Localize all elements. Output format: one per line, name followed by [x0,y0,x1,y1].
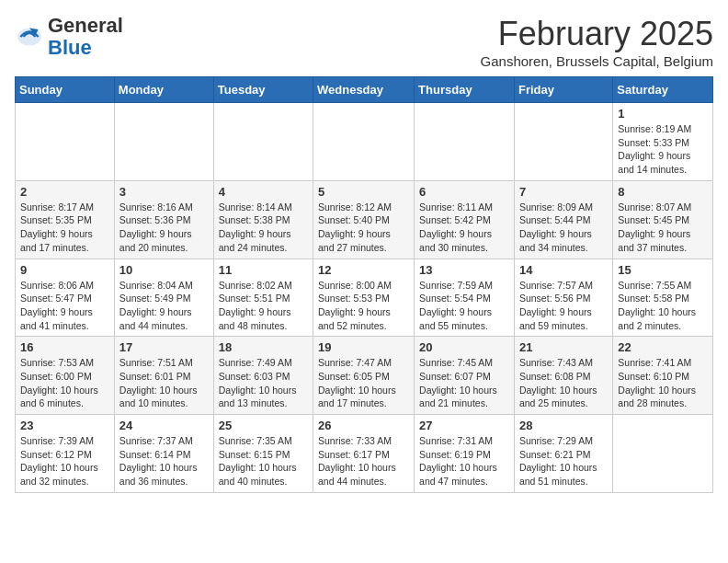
week-row-1: 1Sunrise: 8:19 AM Sunset: 5:33 PM Daylig… [16,103,713,181]
calendar-cell: 24Sunrise: 7:37 AM Sunset: 6:14 PM Dayli… [114,415,213,493]
title-block: February 2025 Ganshoren, Brussels Capita… [481,15,713,69]
calendar-cell: 17Sunrise: 7:51 AM Sunset: 6:01 PM Dayli… [114,337,213,415]
calendar-cell: 16Sunrise: 7:53 AM Sunset: 6:00 PM Dayli… [16,337,115,415]
day-info: Sunrise: 8:16 AM Sunset: 5:36 PM Dayligh… [119,201,209,255]
day-info: Sunrise: 8:19 AM Sunset: 5:33 PM Dayligh… [618,122,708,177]
calendar-cell: 26Sunrise: 7:33 AM Sunset: 6:17 PM Dayli… [313,415,415,493]
day-info: Sunrise: 7:43 AM Sunset: 6:08 PM Dayligh… [519,356,608,410]
weekday-header-friday: Friday [514,77,612,103]
calendar-cell: 9Sunrise: 8:06 AM Sunset: 5:47 PM Daylig… [16,259,115,337]
day-info: Sunrise: 7:53 AM Sunset: 6:00 PM Dayligh… [20,356,109,410]
calendar-cell: 22Sunrise: 7:41 AM Sunset: 6:10 PM Dayli… [613,337,713,415]
calendar-cell: 18Sunrise: 7:49 AM Sunset: 6:03 PM Dayli… [213,337,313,415]
calendar-cell: 20Sunrise: 7:45 AM Sunset: 6:07 PM Dayli… [415,337,515,415]
day-info: Sunrise: 7:45 AM Sunset: 6:07 PM Dayligh… [419,356,509,410]
day-info: Sunrise: 7:37 AM Sunset: 6:14 PM Dayligh… [119,434,209,488]
day-number: 12 [318,263,409,277]
calendar-cell: 7Sunrise: 8:09 AM Sunset: 5:44 PM Daylig… [514,180,612,259]
weekday-header-wednesday: Wednesday [313,77,415,103]
day-info: Sunrise: 7:39 AM Sunset: 6:12 PM Dayligh… [20,434,109,488]
day-info: Sunrise: 7:57 AM Sunset: 5:56 PM Dayligh… [519,279,608,333]
calendar-cell: 2Sunrise: 8:17 AM Sunset: 5:35 PM Daylig… [16,180,115,259]
calendar-cell: 27Sunrise: 7:31 AM Sunset: 6:19 PM Dayli… [415,415,515,493]
day-info: Sunrise: 8:07 AM Sunset: 5:45 PM Dayligh… [618,201,708,255]
calendar-cell [213,103,313,181]
day-number: 5 [318,185,409,199]
calendar-table: SundayMondayTuesdayWednesdayThursdayFrid… [15,76,713,493]
calendar-cell: 8Sunrise: 8:07 AM Sunset: 5:45 PM Daylig… [613,180,713,259]
calendar-cell: 6Sunrise: 8:11 AM Sunset: 5:42 PM Daylig… [415,180,515,259]
day-info: Sunrise: 7:33 AM Sunset: 6:17 PM Dayligh… [318,434,409,488]
logo: General Blue [15,15,123,59]
day-info: Sunrise: 7:31 AM Sunset: 6:19 PM Dayligh… [419,434,509,488]
weekday-header-thursday: Thursday [415,77,515,103]
day-info: Sunrise: 7:49 AM Sunset: 6:03 PM Dayligh… [219,356,308,410]
calendar-cell [415,103,515,181]
day-number: 23 [20,419,109,432]
day-info: Sunrise: 8:17 AM Sunset: 5:35 PM Dayligh… [20,201,109,255]
day-number: 18 [219,340,308,354]
logo-general-text: General [48,14,123,37]
calendar-cell: 15Sunrise: 7:55 AM Sunset: 5:58 PM Dayli… [613,259,713,337]
day-number: 6 [419,185,509,199]
day-number: 26 [318,419,409,432]
weekday-header-sunday: Sunday [16,77,115,103]
day-info: Sunrise: 8:02 AM Sunset: 5:51 PM Dayligh… [219,279,308,333]
day-number: 27 [419,419,509,432]
day-info: Sunrise: 7:29 AM Sunset: 6:21 PM Dayligh… [519,434,608,488]
calendar-cell: 19Sunrise: 7:47 AM Sunset: 6:05 PM Dayli… [313,337,415,415]
day-number: 3 [119,185,209,199]
week-row-2: 2Sunrise: 8:17 AM Sunset: 5:35 PM Daylig… [16,180,713,259]
day-number: 24 [119,419,209,432]
calendar-cell: 12Sunrise: 8:00 AM Sunset: 5:53 PM Dayli… [313,259,415,337]
calendar-cell [514,103,612,181]
day-info: Sunrise: 8:06 AM Sunset: 5:47 PM Dayligh… [20,279,109,333]
calendar-cell: 10Sunrise: 8:04 AM Sunset: 5:49 PM Dayli… [114,259,213,337]
day-number: 13 [419,263,509,277]
calendar-cell: 5Sunrise: 8:12 AM Sunset: 5:40 PM Daylig… [313,180,415,259]
day-info: Sunrise: 8:09 AM Sunset: 5:44 PM Dayligh… [519,201,608,255]
day-number: 14 [519,263,608,277]
day-number: 2 [20,185,109,199]
day-number: 11 [219,263,308,277]
day-number: 20 [419,340,509,354]
weekday-header-tuesday: Tuesday [213,77,313,103]
week-row-5: 23Sunrise: 7:39 AM Sunset: 6:12 PM Dayli… [16,415,713,493]
day-number: 16 [20,340,109,354]
day-info: Sunrise: 7:47 AM Sunset: 6:05 PM Dayligh… [318,356,409,410]
day-info: Sunrise: 7:41 AM Sunset: 6:10 PM Dayligh… [618,356,708,410]
day-info: Sunrise: 8:00 AM Sunset: 5:53 PM Dayligh… [318,279,409,333]
day-number: 28 [519,419,608,432]
calendar-cell [613,415,713,493]
day-number: 15 [618,263,708,277]
day-info: Sunrise: 8:14 AM Sunset: 5:38 PM Dayligh… [219,201,308,255]
day-number: 10 [119,263,209,277]
calendar-cell: 3Sunrise: 8:16 AM Sunset: 5:36 PM Daylig… [114,180,213,259]
day-number: 17 [119,340,209,354]
week-row-3: 9Sunrise: 8:06 AM Sunset: 5:47 PM Daylig… [16,259,713,337]
weekday-header-monday: Monday [114,77,213,103]
calendar-cell: 1Sunrise: 8:19 AM Sunset: 5:33 PM Daylig… [613,103,713,181]
calendar-cell: 25Sunrise: 7:35 AM Sunset: 6:15 PM Dayli… [213,415,313,493]
logo-icon [15,22,44,52]
calendar-cell: 14Sunrise: 7:57 AM Sunset: 5:56 PM Dayli… [514,259,612,337]
calendar-cell: 13Sunrise: 7:59 AM Sunset: 5:54 PM Dayli… [415,259,515,337]
calendar-cell: 11Sunrise: 8:02 AM Sunset: 5:51 PM Dayli… [213,259,313,337]
weekday-header-saturday: Saturday [613,77,713,103]
day-info: Sunrise: 8:04 AM Sunset: 5:49 PM Dayligh… [119,279,209,333]
day-number: 19 [318,340,409,354]
calendar-cell [16,103,115,181]
day-number: 4 [219,185,308,199]
week-row-4: 16Sunrise: 7:53 AM Sunset: 6:00 PM Dayli… [16,337,713,415]
day-info: Sunrise: 7:35 AM Sunset: 6:15 PM Dayligh… [219,434,308,488]
day-number: 22 [618,340,708,354]
day-number: 9 [20,263,109,277]
calendar-cell: 21Sunrise: 7:43 AM Sunset: 6:08 PM Dayli… [514,337,612,415]
page-header: General Blue February 2025 Ganshoren, Br… [15,15,713,69]
day-info: Sunrise: 7:59 AM Sunset: 5:54 PM Dayligh… [419,279,509,333]
calendar-cell: 28Sunrise: 7:29 AM Sunset: 6:21 PM Dayli… [514,415,612,493]
month-title: February 2025 [481,15,713,53]
day-info: Sunrise: 8:12 AM Sunset: 5:40 PM Dayligh… [318,201,409,255]
day-number: 25 [219,419,308,432]
calendar-cell [313,103,415,181]
